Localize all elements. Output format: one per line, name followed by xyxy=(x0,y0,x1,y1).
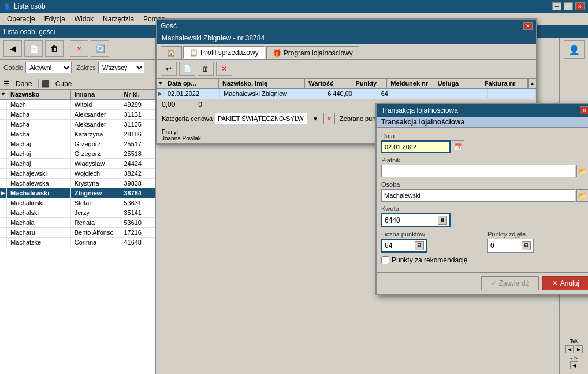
gosc-delete-button[interactable]: 🗑 xyxy=(198,62,214,76)
data-input[interactable] xyxy=(381,140,451,153)
refresh-button[interactable]: 🔄 xyxy=(91,40,109,57)
osoba-input[interactable] xyxy=(381,189,575,202)
back-button[interactable]: ◀ xyxy=(3,40,22,57)
trans-dialog-close-button[interactable]: ✕ xyxy=(580,106,588,114)
list-item[interactable]: Machajewski Wojciech 38242 xyxy=(0,169,155,179)
list-item[interactable]: Machaj Grzegorz 25518 xyxy=(0,149,155,159)
goscie-label: Goście xyxy=(3,64,23,71)
total-value: 0,00 xyxy=(162,101,175,109)
list-item[interactable]: Macharu Bento Alfonso 17216 xyxy=(0,228,155,238)
kategoria-dropdown-button[interactable]: ▼ xyxy=(310,113,321,124)
trans-table-row[interactable]: ▶ 02.01.2022 Machalewski Zbigniew 6 440,… xyxy=(157,89,536,99)
col-meldunek-header[interactable]: Meldunek nr xyxy=(387,79,434,88)
rekomendacja-checkbox[interactable] xyxy=(381,256,389,264)
gosc-cancel-button[interactable]: ✕ xyxy=(216,62,232,76)
photo-button[interactable]: 👤 xyxy=(564,40,585,59)
maximize-button[interactable]: □ xyxy=(564,2,573,10)
gosc-new-button[interactable]: 📄 xyxy=(179,62,195,76)
kwota-box: 6440 🖩 xyxy=(381,213,451,227)
nav-k-left-button[interactable]: ◀ xyxy=(570,361,578,369)
panel-title: Lista osób, gości xyxy=(3,28,55,36)
menu-operacje[interactable]: Operacje xyxy=(2,14,40,24)
osoba-browse-button[interactable]: 📂 xyxy=(576,189,588,202)
col-punkty-header[interactable]: Punkty xyxy=(352,79,388,88)
list-item[interactable]: Machaj Grzegorz 25517 xyxy=(0,139,155,149)
tab-dane[interactable]: Dane xyxy=(12,79,36,89)
list-item[interactable]: Machaliński Stefan 53631 xyxy=(0,198,155,208)
total-points: 0 xyxy=(198,101,202,109)
menu-widok[interactable]: Widok xyxy=(70,14,98,24)
gosc-tab-profil[interactable]: 📋 Profil sprzedażowy xyxy=(183,46,265,59)
gosc-close-button[interactable]: ✕ xyxy=(523,22,533,30)
punkty-zdjete-input-group: 0 🖩 xyxy=(487,239,588,253)
col-nrkl-header[interactable]: Nr kl. xyxy=(120,90,155,99)
goscie-filter-group: Goście Aktywni xyxy=(3,62,72,73)
kategoria-clear-button[interactable]: ✕ xyxy=(323,113,335,124)
gosc-back-button[interactable]: ↩ xyxy=(161,62,177,76)
list-item[interactable]: Machalski Jerzy 35141 xyxy=(0,208,155,218)
gosc-title-bar: Gość ✕ xyxy=(157,20,536,32)
liczba-calc-button[interactable]: 🖩 xyxy=(415,241,424,250)
trans-dialog-anuluj-button[interactable]: ✕ Anuluj xyxy=(542,276,588,290)
menu-icon: ☰ xyxy=(3,80,10,88)
goscie-select[interactable]: Aktywni xyxy=(25,62,72,73)
list-item[interactable]: Macha Katarzyna 28186 xyxy=(0,129,155,139)
col-faktura-header[interactable]: Faktura nr xyxy=(481,79,528,88)
new-button[interactable]: 📄 xyxy=(24,40,43,57)
col-wartosc-header[interactable]: Wartość xyxy=(305,79,352,88)
punkty-zdjete-calc-button[interactable]: 🖩 xyxy=(522,241,531,250)
data-input-group: 📅 xyxy=(381,140,588,153)
trans-dialog-close-icon: ✕ xyxy=(552,279,558,287)
zakres-select[interactable]: Wszyscy xyxy=(98,62,144,73)
transaction-table: ▼ Data op... Nazwisko, imię Wartość Punk… xyxy=(157,79,536,99)
gosc-header-text: Machalewski Zbigniew - nr 38784 xyxy=(162,34,265,42)
delete-button[interactable]: 🗑 xyxy=(45,40,64,57)
list-item[interactable]: Mach Witold 49299 xyxy=(0,100,155,110)
list-item[interactable]: Machała Renata 53610 xyxy=(0,218,155,228)
platnik-browse-button[interactable]: 📂 xyxy=(576,165,588,177)
zatwierdz-icon: ✓ xyxy=(491,279,497,287)
calendar-button[interactable]: 📅 xyxy=(452,140,464,153)
kwota-field-row: Kwota 6440 🖩 xyxy=(381,205,588,227)
col-imiona-header[interactable]: Imiona xyxy=(71,90,121,99)
col-nazwisko-header[interactable]: Nazwisko xyxy=(7,90,71,99)
nav-right-button[interactable]: ▶ xyxy=(575,345,583,353)
kategoria-input[interactable] xyxy=(215,113,307,124)
minimize-button[interactable]: ─ xyxy=(552,2,561,10)
list-item[interactable]: Macha Aleksander 31135 xyxy=(0,120,155,129)
punkty-zdjete-value: 0 xyxy=(490,242,494,250)
cancel-button[interactable]: ✕ xyxy=(70,40,88,57)
col-usluga-header[interactable]: Usługa xyxy=(434,79,481,88)
nav-left-button[interactable]: ◀ xyxy=(565,345,574,353)
kwota-calc-button[interactable]: 🖩 xyxy=(438,216,447,225)
liczba-value: 64 xyxy=(385,242,392,250)
list-item-selected[interactable]: ▶ Machalewski Zbigniew 38784 xyxy=(0,188,155,198)
list-item[interactable]: Machatzke Corinna 41648 xyxy=(0,238,155,247)
cell-punkty: 64 xyxy=(356,89,392,98)
rekomendacja-label: Punkty za rekomendację xyxy=(392,256,467,264)
platnik-input-group: 📂 xyxy=(381,165,588,177)
trans-dialog-zatwierdz-button[interactable]: ✓ Zatwierdź xyxy=(481,276,539,290)
col-nazwisko-header[interactable]: Nazwisko, imię xyxy=(219,79,305,88)
list-item[interactable]: Machalewska Krystyna 39838 xyxy=(0,179,155,188)
filter-row: Goście Aktywni Zakres Wszyscy xyxy=(0,60,155,76)
liczba-label: Liczba punktów xyxy=(381,231,483,238)
list-item[interactable]: Macha Aleksander 31131 xyxy=(0,110,155,120)
menu-narzedzia[interactable]: Narzędzia xyxy=(98,14,139,24)
window-controls: ─ □ ✕ xyxy=(552,2,585,10)
liczba-field-row: Liczba punktów 64 🖩 xyxy=(381,231,483,253)
platnik-input[interactable] xyxy=(381,165,575,177)
close-button[interactable]: ✕ xyxy=(575,2,585,10)
gosc-tab-program[interactable]: 🎁 Program lojalnościowy xyxy=(266,46,359,59)
punkty-zdjete-box: 0 🖩 xyxy=(487,239,534,253)
trans-dialog-anuluj-label: Anuluj xyxy=(560,279,579,287)
kwota-value: 6440 xyxy=(385,216,400,224)
tab-cube[interactable]: Cube xyxy=(52,79,76,89)
punkty-zdjete-field-row: Punkty zdjęte 0 🖩 xyxy=(487,231,588,253)
trans-dialog-zatwierdz-label: Zatwierdź xyxy=(499,279,529,287)
gosc-tab-home[interactable]: 🏠 xyxy=(161,46,182,59)
persons-list: ▼ Nazwisko Imiona Nr kl. Mach Witold 492… xyxy=(0,90,155,374)
menu-edycja[interactable]: Edycja xyxy=(40,14,70,24)
col-data-header[interactable]: Data op... xyxy=(164,79,219,88)
list-item[interactable]: Machaj Władysław 24424 xyxy=(0,159,155,169)
